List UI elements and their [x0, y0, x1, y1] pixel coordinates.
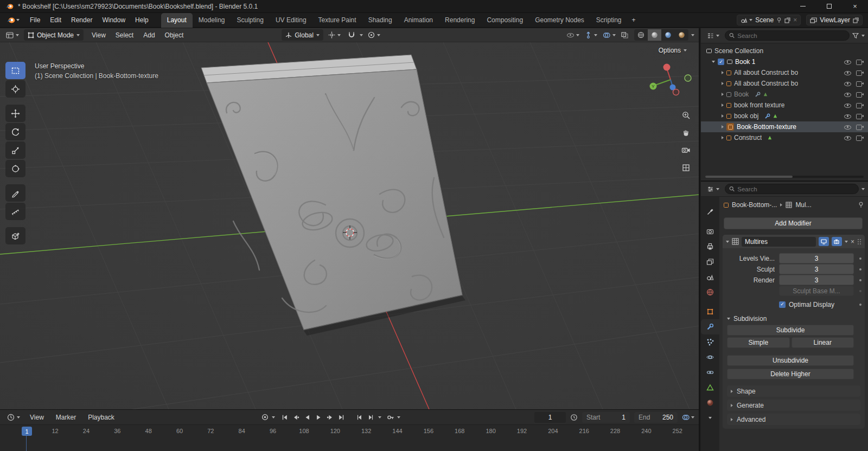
- modifier-close-icon[interactable]: ×: [851, 238, 854, 246]
- menu-edit[interactable]: Edit: [45, 15, 66, 25]
- disclosure-closed-icon[interactable]: [722, 104, 724, 107]
- keying-popover-chevron[interactable]: [272, 416, 275, 418]
- play-reverse-button[interactable]: [302, 412, 312, 422]
- disclosure-open-icon[interactable]: [712, 61, 715, 63]
- playback-sync-button[interactable]: [682, 414, 694, 421]
- maximize-button[interactable]: [816, 0, 842, 13]
- tab-material[interactable]: [701, 395, 719, 410]
- jump-to-end-button[interactable]: [336, 412, 347, 422]
- hide-viewport-toggle[interactable]: [844, 124, 851, 130]
- tab-tool[interactable]: [701, 204, 719, 220]
- tool-select-box[interactable]: [5, 62, 25, 79]
- animate-decorator[interactable]: [859, 257, 861, 260]
- timeline-editor-type-button[interactable]: [4, 412, 23, 423]
- tab-render[interactable]: [701, 224, 719, 239]
- previous-keyframe-button[interactable]: [291, 412, 301, 422]
- modifier-extras-chevron[interactable]: [845, 241, 848, 243]
- timeline-menu-marker[interactable]: Marker: [51, 412, 81, 423]
- workspace-tab-texture-paint[interactable]: Texture Paint: [312, 13, 362, 28]
- scene-name[interactable]: Scene: [755, 16, 774, 24]
- viewport-menu-select[interactable]: Select: [111, 30, 138, 41]
- snap-settings-chevron[interactable]: [360, 34, 363, 36]
- animate-decorator[interactable]: [859, 304, 861, 306]
- next-keyframe-button[interactable]: [325, 412, 335, 422]
- hide-viewport-toggle[interactable]: [844, 70, 851, 76]
- add-workspace-button[interactable]: +: [628, 13, 640, 28]
- new-viewlayer-icon[interactable]: [853, 17, 859, 23]
- subdivision-section-header[interactable]: Subdivision: [727, 315, 860, 323]
- viewport-menu-object[interactable]: Object: [160, 30, 189, 41]
- outliner-row-item-active[interactable]: Book-Bottom-texture: [701, 121, 868, 132]
- display-viewport-toggle[interactable]: [819, 237, 829, 246]
- modifier-name-field[interactable]: Multires: [742, 237, 816, 247]
- zoom-button[interactable]: [679, 108, 693, 123]
- properties-search[interactable]: [725, 184, 859, 194]
- navigation-gizmo[interactable]: Y: [646, 55, 696, 105]
- hide-viewport-toggle[interactable]: [844, 102, 851, 108]
- viewport-canvas[interactable]: User Perspective (1) Scene Collection | …: [0, 42, 699, 409]
- levels-viewport-field[interactable]: 3: [779, 253, 854, 263]
- properties-search-input[interactable]: [737, 186, 854, 192]
- menu-window[interactable]: Window: [97, 15, 130, 25]
- outliner-row-item[interactable]: book obj: [701, 111, 868, 121]
- outliner-scrollbar[interactable]: [705, 176, 864, 178]
- animate-decorator[interactable]: [859, 279, 861, 281]
- orthographic-toggle-button[interactable]: [679, 160, 693, 175]
- hide-viewport-toggle[interactable]: [844, 135, 851, 141]
- outliner-search[interactable]: [725, 30, 850, 41]
- hide-viewport-toggle[interactable]: [844, 59, 851, 65]
- workspace-tab-scripting[interactable]: Scripting: [590, 13, 628, 28]
- xray-toggle[interactable]: [618, 30, 631, 41]
- modifier-panel-header[interactable]: Multires ×: [723, 235, 865, 248]
- tool-transform[interactable]: [5, 160, 25, 177]
- tab-view-layer[interactable]: [701, 254, 719, 269]
- tab-constraints[interactable]: [701, 365, 719, 380]
- blender-menu-icon[interactable]: [4, 16, 22, 25]
- outliner-row-item[interactable]: Book: [701, 89, 868, 100]
- keying-set-chevron[interactable]: [397, 416, 400, 418]
- tab-modifiers[interactable]: [701, 319, 719, 334]
- disclosure-closed-icon[interactable]: [722, 125, 724, 128]
- shading-settings-chevron[interactable]: [691, 34, 694, 36]
- shading-rendered-button[interactable]: [675, 29, 688, 41]
- display-render-toggle[interactable]: [832, 237, 842, 246]
- shading-wireframe-button[interactable]: [634, 29, 648, 41]
- show-gizmo-toggle[interactable]: [582, 30, 600, 41]
- end-frame-field[interactable]: End 250: [634, 412, 678, 423]
- tab-more-chevron[interactable]: [701, 410, 719, 426]
- auto-keying-toggle[interactable]: [260, 412, 270, 422]
- animate-decorator[interactable]: [859, 268, 861, 270]
- properties-editor-type-button[interactable]: [704, 184, 722, 195]
- shape-section-header[interactable]: Shape: [727, 385, 860, 397]
- workspace-tab-compositing[interactable]: Compositing: [481, 13, 529, 28]
- tab-output[interactable]: [701, 239, 719, 254]
- disclosure-closed-icon[interactable]: [722, 82, 724, 85]
- tab-particles[interactable]: [701, 334, 719, 350]
- pin-id-icon[interactable]: [858, 202, 864, 208]
- browse-scene-button[interactable]: [741, 17, 752, 23]
- menu-render[interactable]: Render: [66, 15, 97, 25]
- panel-expand-icon[interactable]: [726, 241, 729, 243]
- frame-back-button[interactable]: [354, 412, 365, 422]
- transform-orientation[interactable]: Global: [282, 29, 323, 41]
- workspace-tab-uv-editing[interactable]: UV Editing: [270, 13, 312, 28]
- disable-render-toggle[interactable]: [856, 113, 864, 119]
- camera-view-button[interactable]: [679, 143, 693, 157]
- hide-viewport-toggle[interactable]: [844, 92, 851, 98]
- viewlayer-name[interactable]: ViewLayer: [820, 16, 850, 24]
- play-button[interactable]: [314, 412, 324, 422]
- chevron-down-icon[interactable]: [861, 188, 865, 190]
- frame-forward-button[interactable]: [366, 412, 376, 422]
- jump-to-start-button[interactable]: [279, 412, 290, 422]
- render-levels-field[interactable]: 3: [779, 275, 854, 285]
- pin-scene-icon[interactable]: [776, 17, 782, 23]
- use-preview-range-icon[interactable]: [570, 414, 578, 421]
- disable-render-toggle[interactable]: [856, 81, 864, 87]
- add-modifier-button[interactable]: Add Modifier: [724, 217, 863, 229]
- optimal-display-checkbox[interactable]: [779, 301, 786, 308]
- outliner-row-scene-collection[interactable]: Scene Collection: [701, 46, 868, 56]
- workspace-tab-shading[interactable]: Shading: [362, 13, 398, 28]
- menu-file[interactable]: File: [25, 15, 45, 25]
- editor-type-button[interactable]: [3, 30, 22, 41]
- tool-move[interactable]: [5, 105, 25, 122]
